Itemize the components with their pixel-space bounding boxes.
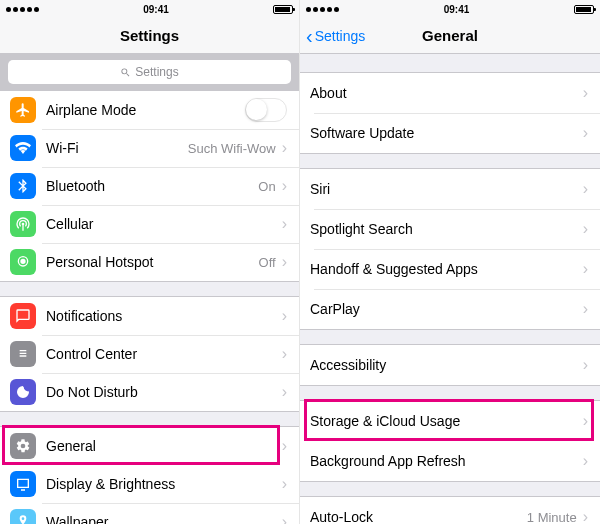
group-storage: Storage & iCloud Usage › Background App …	[300, 400, 600, 482]
row-accessibility[interactable]: Accessibility ›	[300, 345, 600, 385]
row-label: Siri	[310, 181, 583, 197]
group-siri: Siri › Spotlight Search › Handoff & Sugg…	[300, 168, 600, 330]
control-center-icon	[10, 341, 36, 367]
group-connectivity: Airplane Mode Wi-Fi Such Wifi-Wow › Blue…	[0, 90, 299, 282]
airplane-icon	[10, 97, 36, 123]
chevron-right-icon: ›	[583, 260, 588, 278]
group-general: General › Display & Brightness › Wallpap…	[0, 426, 299, 524]
search-wrap: Settings	[0, 54, 299, 90]
dnd-icon	[10, 379, 36, 405]
hotspot-icon	[10, 249, 36, 275]
chevron-right-icon: ›	[583, 220, 588, 238]
row-software-update[interactable]: Software Update ›	[300, 113, 600, 153]
display-icon	[10, 471, 36, 497]
chevron-right-icon: ›	[282, 345, 287, 363]
row-label: Wallpaper	[46, 514, 282, 524]
row-label: Accessibility	[310, 357, 583, 373]
group-about: About › Software Update ›	[300, 72, 600, 154]
row-about[interactable]: About ›	[300, 73, 600, 113]
row-storage-icloud-usage[interactable]: Storage & iCloud Usage ›	[300, 401, 600, 441]
settings-general-screen: 09:41 ‹ Settings General About › Softwar…	[300, 0, 600, 524]
row-background-app-refresh[interactable]: Background App Refresh ›	[300, 441, 600, 481]
row-label: CarPlay	[310, 301, 583, 317]
chevron-right-icon: ›	[583, 508, 588, 524]
wifi-icon	[10, 135, 36, 161]
row-do-not-disturb[interactable]: Do Not Disturb ›	[0, 373, 299, 411]
row-label: Cellular	[46, 216, 282, 232]
row-detail: Such Wifi-Wow	[188, 141, 276, 156]
row-label: Background App Refresh	[310, 453, 583, 469]
row-carplay[interactable]: CarPlay ›	[300, 289, 600, 329]
notifications-icon	[10, 303, 36, 329]
chevron-right-icon: ›	[282, 139, 287, 157]
row-detail: 1 Minute	[527, 510, 577, 525]
row-label: Auto-Lock	[310, 509, 527, 524]
chevron-right-icon: ›	[282, 215, 287, 233]
row-auto-lock[interactable]: Auto-Lock 1 Minute ›	[300, 497, 600, 524]
chevron-right-icon: ›	[583, 452, 588, 470]
chevron-right-icon: ›	[282, 513, 287, 524]
group-notifications: Notifications › Control Center › Do Not …	[0, 296, 299, 412]
chevron-left-icon: ‹	[306, 26, 313, 46]
bluetooth-icon	[10, 173, 36, 199]
page-title: Settings	[120, 27, 179, 44]
row-label: Storage & iCloud Usage	[310, 413, 583, 429]
row-label: Software Update	[310, 125, 583, 141]
chevron-right-icon: ›	[282, 177, 287, 195]
row-label: Personal Hotspot	[46, 254, 259, 270]
nav-bar: ‹ Settings General	[300, 18, 600, 54]
settings-root-screen: 09:41 Settings Settings Airplane Mode Wi…	[0, 0, 300, 524]
row-label: Bluetooth	[46, 178, 258, 194]
status-bar: 09:41	[300, 0, 600, 18]
row-label: Control Center	[46, 346, 282, 362]
row-control-center[interactable]: Control Center ›	[0, 335, 299, 373]
row-wifi[interactable]: Wi-Fi Such Wifi-Wow ›	[0, 129, 299, 167]
row-label: About	[310, 85, 583, 101]
battery-icon	[574, 5, 594, 14]
row-spotlight-search[interactable]: Spotlight Search ›	[300, 209, 600, 249]
row-label: Display & Brightness	[46, 476, 282, 492]
search-input[interactable]: Settings	[8, 60, 291, 84]
chevron-right-icon: ›	[282, 383, 287, 401]
row-notifications[interactable]: Notifications ›	[0, 297, 299, 335]
row-display-brightness[interactable]: Display & Brightness ›	[0, 465, 299, 503]
row-personal-hotspot[interactable]: Personal Hotspot Off ›	[0, 243, 299, 281]
status-time: 09:41	[143, 4, 169, 15]
signal-dots-icon	[306, 7, 339, 12]
row-label: Wi-Fi	[46, 140, 188, 156]
signal-dots-icon	[6, 7, 39, 12]
battery-icon	[273, 5, 293, 14]
nav-bar: Settings	[0, 18, 299, 54]
group-accessibility: Accessibility ›	[300, 344, 600, 386]
row-bluetooth[interactable]: Bluetooth On ›	[0, 167, 299, 205]
chevron-right-icon: ›	[583, 412, 588, 430]
row-label: Airplane Mode	[46, 102, 245, 118]
chevron-right-icon: ›	[282, 475, 287, 493]
status-bar: 09:41	[0, 0, 299, 18]
row-detail: Off	[259, 255, 276, 270]
search-placeholder: Settings	[135, 65, 178, 79]
row-handoff[interactable]: Handoff & Suggested Apps ›	[300, 249, 600, 289]
chevron-right-icon: ›	[583, 124, 588, 142]
airplane-toggle[interactable]	[245, 98, 287, 122]
row-label: Spotlight Search	[310, 221, 583, 237]
row-wallpaper[interactable]: Wallpaper ›	[0, 503, 299, 524]
chevron-right-icon: ›	[583, 356, 588, 374]
gear-icon	[10, 433, 36, 459]
back-label: Settings	[315, 28, 366, 44]
row-label: General	[46, 438, 282, 454]
row-general[interactable]: General ›	[0, 427, 299, 465]
row-label: Do Not Disturb	[46, 384, 282, 400]
row-cellular[interactable]: Cellular ›	[0, 205, 299, 243]
row-siri[interactable]: Siri ›	[300, 169, 600, 209]
chevron-right-icon: ›	[282, 437, 287, 455]
chevron-right-icon: ›	[583, 300, 588, 318]
row-airplane-mode[interactable]: Airplane Mode	[0, 91, 299, 129]
chevron-right-icon: ›	[282, 307, 287, 325]
back-button[interactable]: ‹ Settings	[306, 26, 365, 46]
page-title: General	[422, 27, 478, 44]
row-label: Notifications	[46, 308, 282, 324]
group-autolock: Auto-Lock 1 Minute › Restrictions Off ›	[300, 496, 600, 524]
chevron-right-icon: ›	[583, 84, 588, 102]
chevron-right-icon: ›	[282, 253, 287, 271]
